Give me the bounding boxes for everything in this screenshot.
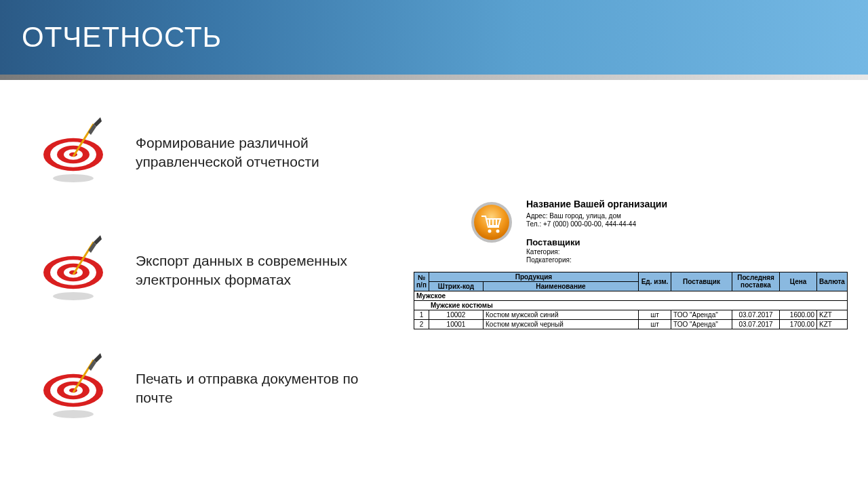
report-table: № п/п Продукция Ед. изм. Поставщик После… xyxy=(414,272,848,329)
svg-point-28 xyxy=(474,205,509,240)
bullet-text: Печать и отправка документов по почте xyxy=(136,369,366,408)
org-name: Название Вашей организации xyxy=(526,199,667,211)
bullet-text: Экспорт данных в современных электронных… xyxy=(136,251,366,290)
cell-num: 2 xyxy=(414,319,429,329)
cell-name: Костюм мужской синий xyxy=(484,310,639,319)
svg-point-18 xyxy=(53,410,94,418)
target-icon xyxy=(41,117,108,188)
bullet-text: Формирование различной управленческой от… xyxy=(136,134,366,172)
cell-barcode: 10002 xyxy=(429,310,484,319)
col-supplier: Поставщик xyxy=(671,272,732,291)
subgroup-label: Мужские костюмы xyxy=(414,300,848,310)
cell-currency: KZT xyxy=(817,319,848,329)
cell-date: 03.07.2017 xyxy=(732,319,780,329)
table-row: 1 10002 Костюм мужской синий шт ТОО "Аре… xyxy=(414,310,848,319)
org-info: Название Вашей организации Адрес: Ваш го… xyxy=(526,199,667,265)
report-preview: Название Вашей организации Адрес: Ваш го… xyxy=(414,199,848,329)
page-title: ОТЧЕТНОСТЬ xyxy=(22,21,222,54)
cell-unit: шт xyxy=(639,319,671,329)
bullet-list: Формирование различной управленческой от… xyxy=(41,117,366,471)
cell-date: 03.07.2017 xyxy=(732,310,780,319)
target-icon xyxy=(41,235,108,306)
col-barcode: Штрих-код xyxy=(429,281,484,291)
svg-point-0 xyxy=(53,174,94,182)
header-divider xyxy=(0,75,868,80)
bullet-item: Формирование различной управленческой от… xyxy=(41,117,366,188)
subcategory-label: Подкатегория: xyxy=(526,256,667,265)
subgroup-row: Мужские костюмы xyxy=(414,300,848,310)
svg-point-33 xyxy=(496,230,500,233)
bullet-item: Экспорт данных в современных электронных… xyxy=(41,235,366,306)
col-last-delivery: Последняя поставка xyxy=(732,272,780,291)
cell-barcode: 10001 xyxy=(429,319,484,329)
cell-num: 1 xyxy=(414,310,429,319)
cell-supplier: ТОО "Аренда" xyxy=(671,310,732,319)
svg-point-9 xyxy=(53,292,94,300)
svg-point-32 xyxy=(488,230,492,233)
col-currency: Валюта xyxy=(817,272,848,291)
table-row: 2 10001 Костюм мужской черный шт ТОО "Ар… xyxy=(414,319,848,329)
cell-supplier: ТОО "Аренда" xyxy=(671,319,732,329)
org-tel: Тел.: +7 (000) 000-00-00, 444-44-44 xyxy=(526,220,667,229)
cart-icon xyxy=(468,199,515,247)
bullet-item: Печать и отправка документов по почте xyxy=(41,353,366,424)
report-section-title: Поставщики xyxy=(526,237,667,248)
group-label: Мужское xyxy=(414,291,848,300)
cell-unit: шт xyxy=(639,310,671,319)
target-icon xyxy=(41,353,108,424)
col-product: Продукция xyxy=(429,272,639,281)
cell-price: 1700.00 xyxy=(780,319,817,329)
group-row: Мужское xyxy=(414,291,848,300)
cell-price: 1600.00 xyxy=(780,310,817,319)
org-address: Адрес: Ваш город, улица, дом xyxy=(526,212,667,221)
cell-name: Костюм мужской черный xyxy=(484,319,639,329)
col-unit: Ед. изм. xyxy=(639,272,671,291)
col-num: № п/п xyxy=(414,272,429,291)
header-band: ОТЧЕТНОСТЬ xyxy=(0,0,868,75)
category-label: Категория: xyxy=(526,248,667,257)
content-area: Формирование различной управленческой от… xyxy=(0,80,868,488)
col-price: Цена xyxy=(780,272,817,291)
cell-currency: KZT xyxy=(817,310,848,319)
report-header: Название Вашей организации Адрес: Ваш го… xyxy=(414,199,848,265)
col-name: Наименование xyxy=(484,281,639,291)
